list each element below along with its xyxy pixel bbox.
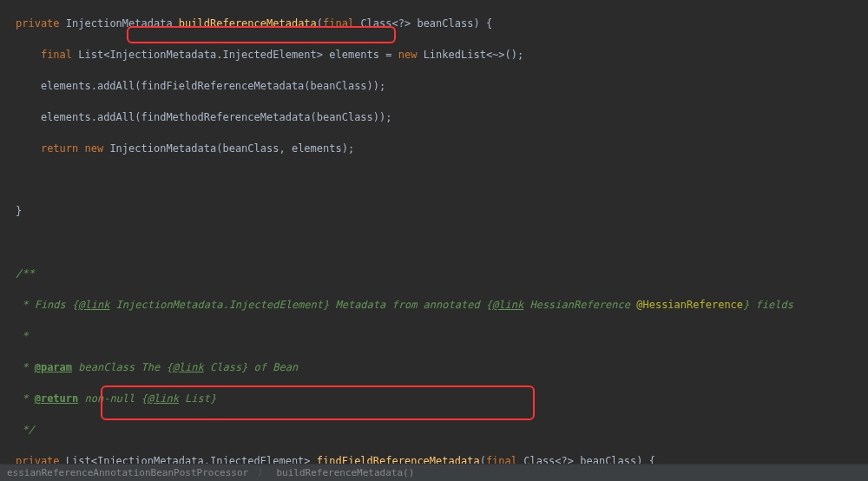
breadcrumb-class[interactable]: essianReferenceAnnotationBeanPostProcess… <box>7 467 248 478</box>
chevron-right-icon: 〉 <box>258 467 267 478</box>
breadcrumb-method[interactable]: buildReferenceMetadata() <box>276 467 414 478</box>
code-line: elements.addAll(findMethodReferenceMetad… <box>16 109 868 125</box>
code-line: return new InjectionMetadata(beanClass, … <box>16 141 868 156</box>
code-line: * <box>16 328 868 344</box>
code-line <box>16 234 868 250</box>
code-line: final List<InjectionMetadata.InjectedEle… <box>16 47 868 63</box>
code-line: elements.addAll(findFieldReferenceMetada… <box>16 78 868 94</box>
code-line: */ <box>16 422 868 438</box>
code-line: * @param beanClass The {@link Class} of … <box>16 359 868 375</box>
breadcrumb[interactable]: essianReferenceAnnotationBeanPostProcess… <box>0 464 868 481</box>
code-line: /** <box>16 266 868 281</box>
code-line: } <box>16 203 868 219</box>
code-line: * @return non-null {@link List} <box>16 391 868 406</box>
code-line: private InjectionMetadata buildReference… <box>16 16 868 31</box>
code-editor[interactable]: private InjectionMetadata buildReference… <box>0 0 868 481</box>
code-line <box>16 172 868 188</box>
code-line: * Finds {@link InjectionMetadata.Injecte… <box>16 297 868 313</box>
